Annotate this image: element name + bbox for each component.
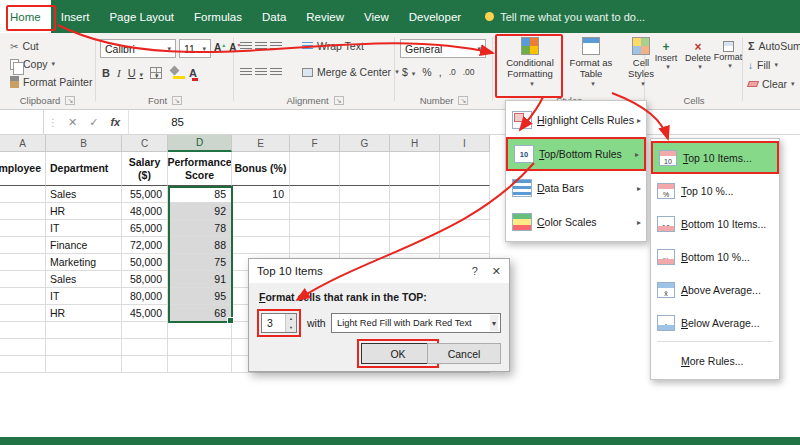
cell[interactable] [0, 203, 46, 220]
header-cell-employee[interactable]: Employee [0, 152, 46, 186]
cell[interactable] [290, 237, 340, 254]
menu-item-top-bottom-rules[interactable]: 10Top/Bottom Rules [506, 137, 646, 171]
column-header-i[interactable]: I [440, 135, 490, 152]
spinner-down-icon[interactable] [286, 323, 296, 332]
insert-cells-button[interactable]: + Insert [650, 41, 682, 71]
cell[interactable] [0, 220, 46, 237]
cell[interactable]: IT [46, 288, 122, 305]
column-header-d[interactable]: D [168, 135, 232, 152]
delete-cells-button[interactable]: × Delete [682, 41, 714, 71]
cell[interactable]: 85 [168, 186, 232, 203]
tab-developer[interactable]: Developer [399, 0, 471, 33]
dialog-title-bar[interactable]: Top 10 Items ? ✕ [249, 259, 509, 283]
help-button[interactable]: ? [472, 265, 478, 277]
cell[interactable] [340, 152, 390, 186]
cell[interactable] [390, 237, 440, 254]
submenu-item-top-10[interactable]: %Top 10 %... [651, 174, 779, 207]
tab-data[interactable]: Data [252, 0, 296, 33]
cell[interactable] [340, 186, 390, 203]
clear-button[interactable]: Clear [748, 78, 795, 90]
increase-decimal-icon[interactable]: .0 [449, 67, 456, 77]
conditional-formatting-button[interactable]: Conditional Formatting [498, 37, 562, 88]
cell[interactable]: 91 [168, 271, 232, 288]
cell[interactable]: Finance [46, 237, 122, 254]
font-name-select[interactable]: Calibri [100, 39, 176, 58]
cell[interactable] [0, 186, 46, 203]
column-header-a[interactable]: A [0, 135, 46, 152]
cell[interactable] [290, 186, 340, 203]
column-header-c[interactable]: C [122, 135, 168, 152]
align-middle-icon[interactable] [255, 42, 267, 51]
cell[interactable] [390, 152, 440, 186]
cell[interactable] [290, 203, 340, 220]
column-header-e[interactable]: E [232, 135, 290, 152]
fill-color-icon[interactable] [169, 66, 181, 79]
wrap-text-button[interactable]: Wrap Text [302, 40, 364, 52]
cell[interactable] [0, 305, 46, 322]
dialog-launcher-icon[interactable]: ↘ [334, 96, 344, 105]
header-cell-performance-score[interactable]: Performance Score [168, 152, 232, 186]
fill-button[interactable]: ↓ Fill [748, 59, 778, 71]
cell[interactable]: 55,000 [122, 186, 168, 203]
cell[interactable] [340, 237, 390, 254]
cell[interactable] [340, 203, 390, 220]
cell[interactable]: 50,000 [122, 254, 168, 271]
grow-font-icon[interactable]: A [214, 42, 226, 53]
cell[interactable] [46, 322, 122, 339]
cancel-button[interactable]: Cancel [427, 343, 501, 364]
cell[interactable] [0, 322, 46, 339]
dialog-launcher-icon[interactable]: ↘ [458, 96, 468, 105]
cell[interactable] [46, 356, 122, 373]
header-cell-department[interactable]: Department [46, 152, 122, 186]
format-cells-button[interactable]: Format [712, 41, 744, 70]
cell[interactable] [440, 220, 490, 237]
cell[interactable] [340, 220, 390, 237]
cell[interactable]: Sales [46, 271, 122, 288]
tab-review[interactable]: Review [296, 0, 354, 33]
cell[interactable] [390, 186, 440, 203]
tab-insert[interactable]: Insert [51, 0, 100, 33]
close-icon[interactable]: ✕ [492, 265, 501, 278]
cell[interactable]: HR [46, 305, 122, 322]
cell[interactable]: 95 [168, 288, 232, 305]
cell[interactable] [0, 254, 46, 271]
cell[interactable]: 10 [232, 186, 290, 203]
cell[interactable]: 58,000 [122, 271, 168, 288]
bold-button[interactable]: B [102, 67, 110, 79]
column-header-f[interactable]: F [290, 135, 340, 152]
column-header-g[interactable]: G [340, 135, 390, 152]
cell[interactable] [122, 339, 168, 356]
submenu-item-bottom-10-items[interactable]: 10Bottom 10 Items... [651, 207, 779, 240]
menu-item-color-scales[interactable]: Color Scales [506, 205, 646, 239]
borders-icon[interactable] [150, 67, 162, 79]
cell[interactable] [440, 203, 490, 220]
column-header-h[interactable]: H [390, 135, 440, 152]
insert-function-button[interactable]: fx [104, 116, 126, 128]
cell[interactable]: HR [46, 203, 122, 220]
copy-button[interactable]: Copy [10, 58, 55, 70]
align-bottom-icon[interactable] [270, 42, 282, 51]
format-dropdown[interactable]: Light Red Fill with Dark Red Text ▾ [331, 313, 501, 333]
align-center-icon[interactable] [255, 68, 267, 77]
cell[interactable]: 68 [168, 305, 232, 322]
header-cell-bonus[interactable]: Bonus (%) [232, 152, 290, 186]
cell[interactable] [232, 237, 290, 254]
cell[interactable]: Sales [46, 186, 122, 203]
tab-page-layout[interactable]: Page Layout [99, 0, 184, 33]
menu-item-data-bars[interactable]: Data Bars [506, 171, 646, 205]
font-size-select[interactable]: 11 [179, 39, 211, 58]
menu-item-highlight-cells-rules[interactable]: Highlight Cells Rules [506, 103, 646, 137]
count-spinner[interactable]: 3 [261, 313, 297, 333]
cell[interactable]: 75 [168, 254, 232, 271]
tell-me-box[interactable]: Tell me what you want to do... [485, 0, 645, 33]
cell[interactable]: Marketing [46, 254, 122, 271]
header-cell-salary[interactable]: Salary ($) [122, 152, 168, 186]
align-top-icon[interactable] [240, 42, 252, 51]
comma-style-icon[interactable]: , [439, 66, 442, 78]
cell[interactable]: 92 [168, 203, 232, 220]
submenu-item-bottom-10[interactable]: %Bottom 10 %... [651, 240, 779, 273]
cell[interactable] [168, 339, 232, 356]
cell[interactable]: 80,000 [122, 288, 168, 305]
cell[interactable] [440, 186, 490, 203]
cell[interactable] [122, 356, 168, 373]
